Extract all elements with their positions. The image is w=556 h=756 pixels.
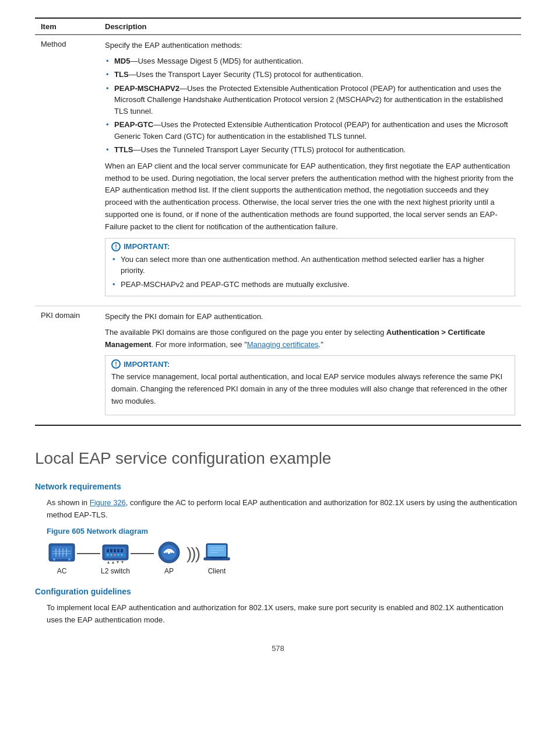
node-ap: AP — [154, 540, 184, 575]
ap-label: AP — [164, 567, 174, 575]
method-important-bullets: You can select more than one authenticat… — [111, 254, 509, 290]
figure-326-link[interactable]: Figure 326 — [90, 498, 126, 507]
figure-caption: Figure 605 Network diagram — [35, 527, 521, 536]
svg-marker-24 — [117, 561, 119, 564]
desc-method-intro: Specify the EAP authentication methods: — [105, 40, 515, 52]
ac-icon — [47, 540, 77, 565]
method-important-box: ! IMPORTANT: You can select more than on… — [105, 238, 515, 297]
section-title: Local EAP service configuration example — [35, 449, 521, 468]
network-diagram: AC — [35, 540, 521, 575]
connector-2 — [131, 553, 154, 554]
svg-point-19 — [114, 554, 116, 556]
page-number: 578 — [35, 644, 521, 653]
important-bullet-2: PEAP-MSCHAPv2 and PEAP-GTC methods are m… — [111, 279, 509, 290]
table-col1-header: Item — [35, 18, 99, 35]
l2switch-icon — [100, 540, 131, 565]
pki-important-title: ! IMPORTANT: — [111, 359, 509, 369]
svg-point-28 — [168, 551, 171, 554]
bullet-peap-gtc: PEAP-GTC—Uses the Protected Extensible A… — [105, 119, 515, 142]
client-label: Client — [208, 567, 226, 575]
table-row-method: Method Specify the EAP authentication me… — [35, 35, 521, 306]
config-guidelines-body: To implement local EAP authentication an… — [35, 602, 521, 626]
svg-point-8 — [53, 558, 55, 561]
subsection-network-requirements: Network requirements As shown in Figure … — [35, 482, 521, 576]
bullet-md5: MD5—Uses Message Digest 5 (MD5) for auth… — [105, 55, 515, 67]
table-row-pki: PKI domain Specify the PKI domain for EA… — [35, 306, 521, 425]
ap-icon — [154, 540, 184, 565]
l2switch-label: L2 switch — [101, 567, 130, 575]
svg-rect-15 — [117, 549, 119, 552]
bullet-peap-mschapv2: PEAP-MSCHAPV2—Uses the Protected Extensi… — [105, 83, 515, 117]
wifi-waves-icon: ))) — [184, 544, 202, 563]
item-method: Method — [35, 35, 99, 306]
connector-1 — [77, 553, 100, 554]
svg-point-18 — [111, 554, 112, 556]
svg-point-9 — [68, 558, 71, 561]
config-guidelines-heading: Configuration guidelines — [35, 587, 521, 596]
svg-rect-35 — [211, 558, 223, 559]
svg-marker-25 — [121, 561, 124, 564]
svg-point-17 — [107, 554, 109, 556]
node-l2switch: L2 switch — [100, 540, 131, 575]
svg-marker-22 — [107, 561, 110, 564]
svg-marker-23 — [112, 561, 114, 564]
important-icon: ! — [111, 242, 121, 251]
ac-label: AC — [57, 567, 67, 575]
svg-point-20 — [118, 554, 119, 556]
pki-important-box: ! IMPORTANT: The service management, loc… — [105, 355, 515, 415]
network-requirements-heading: Network requirements — [35, 482, 521, 491]
table-col2-header: Description — [99, 18, 521, 35]
desc-pki-intro: Specify the PKI domain for EAP authentic… — [105, 311, 515, 323]
svg-rect-1 — [51, 546, 72, 559]
main-table: Item Description Method Specify the EAP … — [35, 18, 521, 426]
method-body-text: When an EAP client and the local server … — [105, 160, 515, 233]
bullet-tls: TLS—Uses the Transport Layer Security (T… — [105, 69, 515, 80]
svg-rect-16 — [121, 549, 123, 552]
bullet-ttls: TTLS—Uses the Tunneled Transport Layer S… — [105, 144, 515, 156]
method-bullets: MD5—Uses Message Digest 5 (MD5) for auth… — [105, 55, 515, 156]
node-client: Client — [202, 540, 232, 575]
item-pki: PKI domain — [35, 306, 99, 425]
desc-pki-body1: The available PKI domains are those conf… — [105, 327, 515, 351]
pki-important-label: IMPORTANT: — [124, 360, 170, 369]
svg-rect-12 — [107, 549, 109, 552]
svg-point-21 — [121, 554, 123, 556]
desc-pki: Specify the PKI domain for EAP authentic… — [99, 306, 521, 425]
network-requirements-body: As shown in Figure 326, configure the AC… — [35, 497, 521, 522]
important-bullet-1: You can select more than one authenticat… — [111, 254, 509, 276]
node-ac: AC — [47, 540, 77, 575]
pki-important-body: The service management, local portal aut… — [111, 371, 509, 407]
svg-rect-13 — [110, 549, 112, 552]
desc-method: Specify the EAP authentication methods: … — [99, 35, 521, 306]
managing-certificates-link[interactable]: Managing certificates — [247, 340, 319, 349]
svg-rect-30 — [207, 545, 226, 556]
subsection-config-guidelines: Configuration guidelines To implement lo… — [35, 587, 521, 626]
pki-important-icon: ! — [111, 359, 121, 369]
method-important-title: ! IMPORTANT: — [111, 242, 509, 251]
svg-rect-14 — [114, 549, 116, 552]
method-important-label: IMPORTANT: — [124, 242, 170, 251]
client-icon — [202, 540, 232, 565]
